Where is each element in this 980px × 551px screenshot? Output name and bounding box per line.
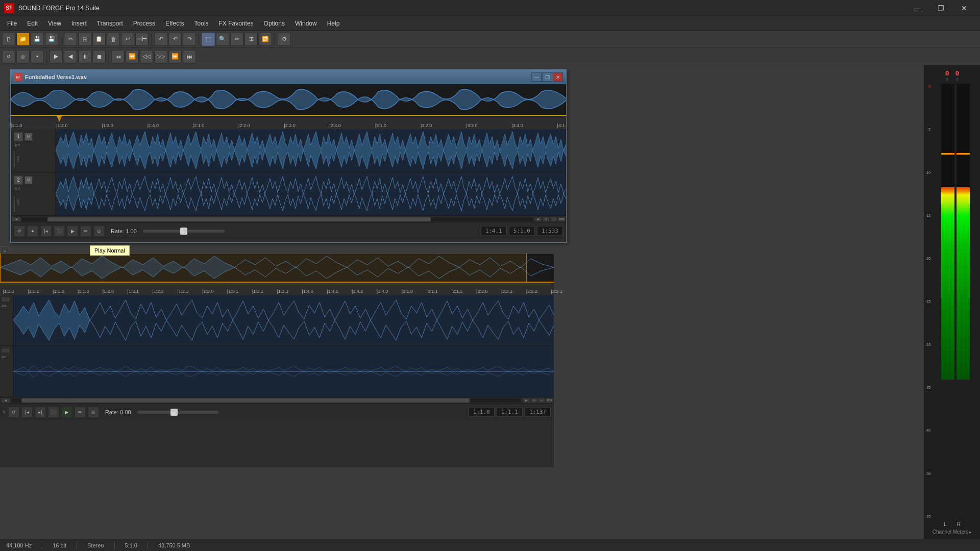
track-label-1: 1 M -Inf. VOL bbox=[11, 129, 55, 172]
maximize-button[interactable]: ❐ bbox=[929, 0, 952, 16]
wave-transport-2: 5 ↺ |◂ ▸| ⬛ ▶ ✏ ⊙ Rate: 0.00 1:1.0 1:1.1… bbox=[0, 403, 554, 420]
pencil-btn2[interactable]: ✏ bbox=[75, 407, 86, 418]
rate-slider-1[interactable] bbox=[143, 230, 225, 233]
wave-hscroll-2[interactable]: ◂ ▸ + − ⟺ bbox=[0, 397, 554, 403]
track-waveform-2[interactable] bbox=[56, 172, 566, 216]
save-as-button[interactable]: 💾 bbox=[45, 33, 58, 46]
rewind-btn[interactable]: ◁◁ bbox=[140, 50, 153, 63]
vu-left-bar[interactable] bbox=[941, 84, 954, 380]
menu-tools[interactable]: Tools bbox=[189, 18, 214, 29]
close-button[interactable]: ✕ bbox=[952, 0, 976, 16]
ch1-mute[interactable] bbox=[1, 297, 10, 302]
undo2-button[interactable]: ↶ bbox=[154, 33, 167, 46]
scroll2-left-btn[interactable]: ◂ bbox=[1, 398, 10, 403]
menu-insert[interactable]: Insert bbox=[66, 18, 92, 29]
cut-button[interactable]: ✂ bbox=[64, 33, 77, 46]
stop-btn2[interactable]: ⬛ bbox=[48, 407, 59, 418]
total-display-1: 1:533 bbox=[537, 226, 563, 236]
zoom2-in-btn[interactable]: + bbox=[530, 398, 537, 403]
go-start-transport-btn[interactable]: |◂ bbox=[40, 226, 52, 237]
snap-tool[interactable]: ⊞ bbox=[244, 33, 258, 46]
stop-btn[interactable]: ⏹ bbox=[92, 50, 106, 63]
rec-btn[interactable]: ● bbox=[31, 50, 44, 63]
menu-process[interactable]: Process bbox=[128, 18, 160, 29]
open-button[interactable]: 📁 bbox=[16, 33, 30, 46]
loop-tool[interactable]: 🔁 bbox=[259, 33, 272, 46]
wave-minimize-btn[interactable]: — bbox=[531, 72, 542, 82]
scroll-right-btn[interactable]: ▸ bbox=[535, 217, 542, 222]
menu-window[interactable]: Window bbox=[290, 18, 322, 29]
track-mute-1[interactable]: M bbox=[24, 133, 33, 141]
go-start-btn2[interactable]: |◂ bbox=[21, 407, 33, 418]
stop-transport-btn[interactable]: ⬛ bbox=[54, 226, 65, 237]
pause-btn[interactable]: ⏸ bbox=[78, 50, 91, 63]
menu-help[interactable]: Help bbox=[322, 18, 345, 29]
delete-button[interactable]: 🗑 bbox=[107, 33, 120, 46]
wave-overview[interactable]: // Generate pseudorandom waveform bbox=[11, 84, 566, 115]
record-btn[interactable]: ● bbox=[27, 226, 38, 237]
prev-marker-btn[interactable]: ⏪ bbox=[126, 50, 139, 63]
r-label: R bbox=[957, 521, 961, 527]
minimize-button[interactable]: — bbox=[905, 0, 929, 16]
copy-button[interactable]: ⎘ bbox=[78, 33, 91, 46]
menu-fx-favorites[interactable]: FX Favorites bbox=[214, 18, 259, 29]
play-btn[interactable]: ▶ bbox=[50, 50, 63, 63]
menu-options[interactable]: Options bbox=[259, 18, 290, 29]
scroll-left-btn[interactable]: ◂ bbox=[12, 217, 21, 222]
undo-button[interactable]: ↩ bbox=[121, 33, 134, 46]
menu-view[interactable]: View bbox=[43, 18, 66, 29]
play-transport-btn[interactable]: ▶ bbox=[67, 226, 78, 237]
draw-tool[interactable]: ✏ bbox=[230, 33, 243, 46]
trim-button[interactable]: ⊣⊢ bbox=[135, 33, 149, 46]
ffwd-btn[interactable]: ▷▷ bbox=[154, 50, 167, 63]
menu-effects[interactable]: Effects bbox=[160, 18, 189, 29]
zoom2-out-btn[interactable]: − bbox=[538, 398, 545, 403]
play-back-btn[interactable]: ◀ bbox=[64, 50, 77, 63]
zoom-out-btn[interactable]: − bbox=[550, 217, 557, 222]
track-mute-2[interactable]: M bbox=[24, 176, 33, 184]
go-start-btn[interactable]: ⏮ bbox=[111, 50, 125, 63]
paste-button[interactable]: 📋 bbox=[92, 33, 106, 46]
settings-button[interactable]: ⚙ bbox=[278, 33, 291, 46]
new-button[interactable]: 🗋 bbox=[2, 33, 15, 46]
play-btn2[interactable]: ▶ bbox=[61, 407, 72, 418]
vu-lr-labels: L R bbox=[944, 521, 961, 527]
go-end-btn2[interactable]: ▸| bbox=[35, 407, 46, 418]
redo-button[interactable]: ↷ bbox=[183, 33, 196, 46]
pencil-btn[interactable]: ✏ bbox=[80, 226, 91, 237]
undo3-button[interactable]: ↶ bbox=[168, 33, 182, 46]
ch2-waveform[interactable] bbox=[13, 346, 554, 397]
timeline-ruler-2[interactable]: |1:1.0 |1:1.1 |1:1.2 |1:1.3 |1:2.0 |1:2.… bbox=[0, 282, 554, 295]
wave-hscroll[interactable]: ◂ ▸ + − ⟺ bbox=[11, 216, 566, 222]
fit-btn[interactable]: ⟺ bbox=[558, 217, 565, 222]
punch-btn[interactable]: ◎ bbox=[16, 50, 30, 63]
scroll2-right-btn[interactable]: ▸ bbox=[523, 398, 530, 403]
menu-transport[interactable]: Transport bbox=[92, 18, 128, 29]
loop-mode-btn[interactable]: ↺ bbox=[14, 226, 25, 237]
ch1-waveform[interactable] bbox=[13, 295, 554, 346]
rate-slider-2[interactable] bbox=[137, 411, 219, 414]
next-marker-btn[interactable]: ⏩ bbox=[168, 50, 182, 63]
select-tool[interactable]: ⬚ bbox=[202, 33, 215, 46]
snap-btn[interactable]: ⊙ bbox=[93, 226, 105, 237]
track-num-2: 2 bbox=[14, 176, 23, 185]
vu-right-bar[interactable] bbox=[957, 84, 970, 380]
loop-btn[interactable]: ↺ bbox=[2, 50, 15, 63]
wave-close-btn[interactable]: ✕ bbox=[553, 72, 563, 82]
ch2-mute[interactable] bbox=[1, 348, 10, 353]
track-waveform-1[interactable] bbox=[56, 129, 566, 172]
menu-edit[interactable]: Edit bbox=[22, 18, 43, 29]
end-display-1: 5:1.0 bbox=[509, 226, 535, 236]
go-end-btn[interactable]: ⏭ bbox=[183, 50, 196, 63]
menu-file[interactable]: File bbox=[2, 18, 22, 29]
snap-btn2[interactable]: ⊙ bbox=[88, 407, 99, 418]
save-button[interactable]: 💾 bbox=[31, 33, 44, 46]
wave-window-1: W Funkdafied Verse1.wav — ❐ ✕ // Generat… bbox=[10, 69, 567, 243]
zoom-in-btn[interactable]: + bbox=[543, 217, 550, 222]
loop-mode-btn2[interactable]: ↺ bbox=[8, 407, 19, 418]
wave-restore-btn[interactable]: ❐ bbox=[542, 72, 552, 82]
timeline-ruler-1[interactable]: |1:1.0 |1:2.0 |1:3.0 |1:4.0 |2:1.0 |2:2.… bbox=[11, 115, 566, 129]
fit2-btn[interactable]: ⟺ bbox=[546, 398, 553, 403]
zoom-tool[interactable]: 🔍 bbox=[216, 33, 229, 46]
wave-overview-2[interactable] bbox=[0, 254, 554, 282]
